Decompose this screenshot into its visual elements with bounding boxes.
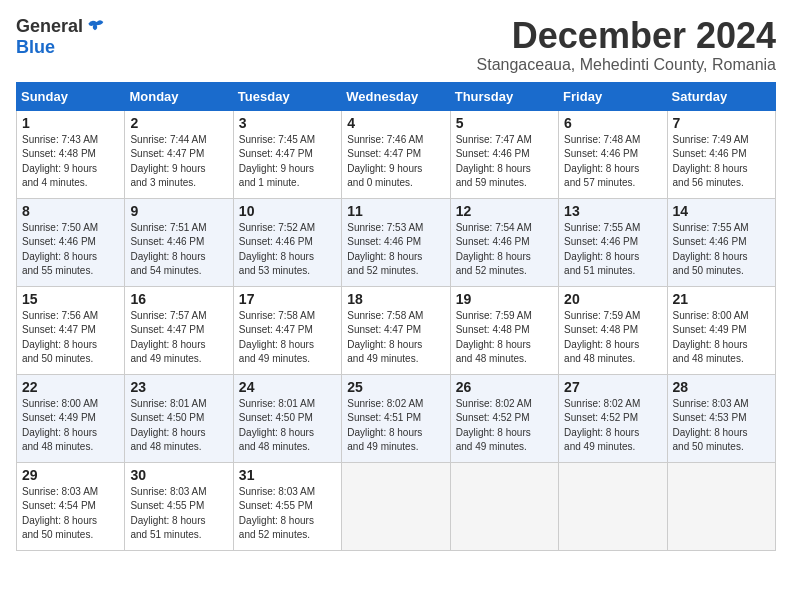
day-number: 30 bbox=[130, 467, 227, 483]
calendar-cell: 18Sunrise: 7:58 AM Sunset: 4:47 PM Dayli… bbox=[342, 286, 450, 374]
calendar-cell: 3Sunrise: 7:45 AM Sunset: 4:47 PM Daylig… bbox=[233, 110, 341, 198]
calendar-cell: 14Sunrise: 7:55 AM Sunset: 4:46 PM Dayli… bbox=[667, 198, 775, 286]
calendar-cell: 13Sunrise: 7:55 AM Sunset: 4:46 PM Dayli… bbox=[559, 198, 667, 286]
day-number: 23 bbox=[130, 379, 227, 395]
day-number: 8 bbox=[22, 203, 119, 219]
calendar-header-row: SundayMondayTuesdayWednesdayThursdayFrid… bbox=[17, 82, 776, 110]
column-header-saturday: Saturday bbox=[667, 82, 775, 110]
calendar-cell: 20Sunrise: 7:59 AM Sunset: 4:48 PM Dayli… bbox=[559, 286, 667, 374]
calendar-cell: 6Sunrise: 7:48 AM Sunset: 4:46 PM Daylig… bbox=[559, 110, 667, 198]
day-info: Sunrise: 7:55 AM Sunset: 4:46 PM Dayligh… bbox=[673, 221, 770, 279]
calendar-cell: 12Sunrise: 7:54 AM Sunset: 4:46 PM Dayli… bbox=[450, 198, 558, 286]
title-area: December 2024 Stangaceaua, Mehedinti Cou… bbox=[477, 16, 776, 74]
day-number: 21 bbox=[673, 291, 770, 307]
day-info: Sunrise: 7:54 AM Sunset: 4:46 PM Dayligh… bbox=[456, 221, 553, 279]
day-info: Sunrise: 7:51 AM Sunset: 4:46 PM Dayligh… bbox=[130, 221, 227, 279]
calendar-cell: 1Sunrise: 7:43 AM Sunset: 4:48 PM Daylig… bbox=[17, 110, 125, 198]
day-number: 5 bbox=[456, 115, 553, 131]
day-number: 27 bbox=[564, 379, 661, 395]
day-info: Sunrise: 7:48 AM Sunset: 4:46 PM Dayligh… bbox=[564, 133, 661, 191]
calendar-cell: 8Sunrise: 7:50 AM Sunset: 4:46 PM Daylig… bbox=[17, 198, 125, 286]
calendar-cell: 24Sunrise: 8:01 AM Sunset: 4:50 PM Dayli… bbox=[233, 374, 341, 462]
calendar-week-row: 8Sunrise: 7:50 AM Sunset: 4:46 PM Daylig… bbox=[17, 198, 776, 286]
day-info: Sunrise: 7:50 AM Sunset: 4:46 PM Dayligh… bbox=[22, 221, 119, 279]
day-number: 6 bbox=[564, 115, 661, 131]
calendar-cell: 4Sunrise: 7:46 AM Sunset: 4:47 PM Daylig… bbox=[342, 110, 450, 198]
day-info: Sunrise: 7:52 AM Sunset: 4:46 PM Dayligh… bbox=[239, 221, 336, 279]
day-info: Sunrise: 8:02 AM Sunset: 4:51 PM Dayligh… bbox=[347, 397, 444, 455]
column-header-thursday: Thursday bbox=[450, 82, 558, 110]
logo: General Blue bbox=[16, 16, 105, 58]
day-info: Sunrise: 8:03 AM Sunset: 4:54 PM Dayligh… bbox=[22, 485, 119, 543]
day-number: 22 bbox=[22, 379, 119, 395]
day-number: 16 bbox=[130, 291, 227, 307]
calendar-cell: 22Sunrise: 8:00 AM Sunset: 4:49 PM Dayli… bbox=[17, 374, 125, 462]
calendar-cell: 2Sunrise: 7:44 AM Sunset: 4:47 PM Daylig… bbox=[125, 110, 233, 198]
day-number: 2 bbox=[130, 115, 227, 131]
day-number: 7 bbox=[673, 115, 770, 131]
day-number: 15 bbox=[22, 291, 119, 307]
day-info: Sunrise: 7:44 AM Sunset: 4:47 PM Dayligh… bbox=[130, 133, 227, 191]
day-info: Sunrise: 8:00 AM Sunset: 4:49 PM Dayligh… bbox=[673, 309, 770, 367]
day-number: 13 bbox=[564, 203, 661, 219]
day-number: 17 bbox=[239, 291, 336, 307]
day-number: 14 bbox=[673, 203, 770, 219]
day-number: 12 bbox=[456, 203, 553, 219]
day-info: Sunrise: 7:58 AM Sunset: 4:47 PM Dayligh… bbox=[239, 309, 336, 367]
calendar-cell bbox=[559, 462, 667, 550]
month-title: December 2024 bbox=[477, 16, 776, 56]
calendar-table: SundayMondayTuesdayWednesdayThursdayFrid… bbox=[16, 82, 776, 551]
day-number: 9 bbox=[130, 203, 227, 219]
day-info: Sunrise: 7:46 AM Sunset: 4:47 PM Dayligh… bbox=[347, 133, 444, 191]
day-number: 29 bbox=[22, 467, 119, 483]
calendar-cell bbox=[342, 462, 450, 550]
calendar-week-row: 29Sunrise: 8:03 AM Sunset: 4:54 PM Dayli… bbox=[17, 462, 776, 550]
logo-bird-icon bbox=[85, 17, 105, 37]
calendar-cell: 9Sunrise: 7:51 AM Sunset: 4:46 PM Daylig… bbox=[125, 198, 233, 286]
day-info: Sunrise: 7:53 AM Sunset: 4:46 PM Dayligh… bbox=[347, 221, 444, 279]
column-header-friday: Friday bbox=[559, 82, 667, 110]
calendar-cell: 7Sunrise: 7:49 AM Sunset: 4:46 PM Daylig… bbox=[667, 110, 775, 198]
calendar-cell: 31Sunrise: 8:03 AM Sunset: 4:55 PM Dayli… bbox=[233, 462, 341, 550]
logo-blue: Blue bbox=[16, 37, 55, 58]
calendar-cell: 21Sunrise: 8:00 AM Sunset: 4:49 PM Dayli… bbox=[667, 286, 775, 374]
column-header-tuesday: Tuesday bbox=[233, 82, 341, 110]
day-info: Sunrise: 7:57 AM Sunset: 4:47 PM Dayligh… bbox=[130, 309, 227, 367]
header: General Blue December 2024 Stangaceaua, … bbox=[16, 16, 776, 74]
calendar-cell: 10Sunrise: 7:52 AM Sunset: 4:46 PM Dayli… bbox=[233, 198, 341, 286]
calendar-cell: 23Sunrise: 8:01 AM Sunset: 4:50 PM Dayli… bbox=[125, 374, 233, 462]
day-info: Sunrise: 8:03 AM Sunset: 4:53 PM Dayligh… bbox=[673, 397, 770, 455]
calendar-cell: 16Sunrise: 7:57 AM Sunset: 4:47 PM Dayli… bbox=[125, 286, 233, 374]
calendar-cell: 29Sunrise: 8:03 AM Sunset: 4:54 PM Dayli… bbox=[17, 462, 125, 550]
day-info: Sunrise: 7:59 AM Sunset: 4:48 PM Dayligh… bbox=[564, 309, 661, 367]
day-number: 3 bbox=[239, 115, 336, 131]
column-header-wednesday: Wednesday bbox=[342, 82, 450, 110]
calendar-cell bbox=[667, 462, 775, 550]
day-info: Sunrise: 7:59 AM Sunset: 4:48 PM Dayligh… bbox=[456, 309, 553, 367]
day-info: Sunrise: 8:03 AM Sunset: 4:55 PM Dayligh… bbox=[130, 485, 227, 543]
day-info: Sunrise: 8:03 AM Sunset: 4:55 PM Dayligh… bbox=[239, 485, 336, 543]
day-number: 26 bbox=[456, 379, 553, 395]
calendar-cell: 26Sunrise: 8:02 AM Sunset: 4:52 PM Dayli… bbox=[450, 374, 558, 462]
day-info: Sunrise: 7:58 AM Sunset: 4:47 PM Dayligh… bbox=[347, 309, 444, 367]
calendar-week-row: 1Sunrise: 7:43 AM Sunset: 4:48 PM Daylig… bbox=[17, 110, 776, 198]
day-info: Sunrise: 8:02 AM Sunset: 4:52 PM Dayligh… bbox=[564, 397, 661, 455]
calendar-cell: 17Sunrise: 7:58 AM Sunset: 4:47 PM Dayli… bbox=[233, 286, 341, 374]
day-info: Sunrise: 7:55 AM Sunset: 4:46 PM Dayligh… bbox=[564, 221, 661, 279]
calendar-week-row: 22Sunrise: 8:00 AM Sunset: 4:49 PM Dayli… bbox=[17, 374, 776, 462]
day-info: Sunrise: 8:00 AM Sunset: 4:49 PM Dayligh… bbox=[22, 397, 119, 455]
calendar-cell: 15Sunrise: 7:56 AM Sunset: 4:47 PM Dayli… bbox=[17, 286, 125, 374]
day-number: 20 bbox=[564, 291, 661, 307]
calendar-cell: 25Sunrise: 8:02 AM Sunset: 4:51 PM Dayli… bbox=[342, 374, 450, 462]
day-info: Sunrise: 7:47 AM Sunset: 4:46 PM Dayligh… bbox=[456, 133, 553, 191]
day-info: Sunrise: 7:45 AM Sunset: 4:47 PM Dayligh… bbox=[239, 133, 336, 191]
day-info: Sunrise: 7:56 AM Sunset: 4:47 PM Dayligh… bbox=[22, 309, 119, 367]
day-number: 25 bbox=[347, 379, 444, 395]
day-number: 18 bbox=[347, 291, 444, 307]
logo-general: General bbox=[16, 16, 83, 37]
day-number: 1 bbox=[22, 115, 119, 131]
calendar-cell bbox=[450, 462, 558, 550]
calendar-cell: 30Sunrise: 8:03 AM Sunset: 4:55 PM Dayli… bbox=[125, 462, 233, 550]
day-number: 31 bbox=[239, 467, 336, 483]
calendar-week-row: 15Sunrise: 7:56 AM Sunset: 4:47 PM Dayli… bbox=[17, 286, 776, 374]
